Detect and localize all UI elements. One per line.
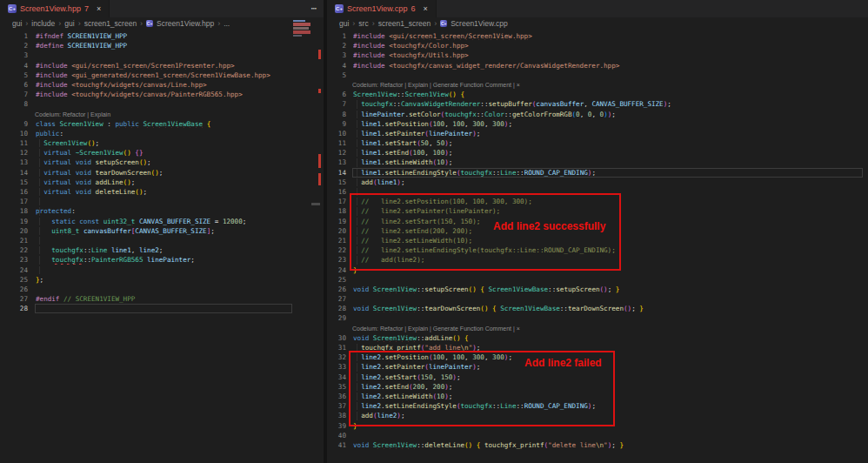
line-number[interactable]: 41 — [327, 440, 352, 450]
code-text[interactable] — [352, 275, 863, 285]
line-number[interactable]: 11 — [0, 138, 35, 148]
line-number[interactable]: 18 — [0, 206, 35, 216]
code-text[interactable]: // line2.setPainter(linePainter); — [352, 206, 863, 216]
line-number[interactable]: 29 — [327, 313, 352, 323]
line-number[interactable]: 1 — [0, 31, 35, 41]
code-text[interactable]: virtual void addLine(); — [35, 178, 292, 187]
line-number[interactable]: 21 — [0, 236, 35, 245]
line-number[interactable]: 27 — [327, 294, 352, 304]
code-text[interactable]: #define SCREEN1VIEW_HPP — [35, 41, 292, 50]
code-text[interactable]: void Screen1View::addLine() { — [352, 333, 863, 343]
code-text[interactable]: } — [352, 265, 863, 275]
line-number[interactable]: 16 — [0, 187, 35, 197]
line-number[interactable]: 8 — [0, 99, 35, 109]
line-number[interactable] — [327, 80, 352, 90]
code-text[interactable]: uint8_t canvasBuffer[CANVAS_BUFFER_SIZE]… — [35, 226, 292, 236]
code-text[interactable]: add(line2); — [352, 411, 863, 420]
line-number[interactable]: 24 — [327, 265, 352, 275]
code-text[interactable]: linePainter.setColor(touchgfx::Color::ge… — [352, 110, 863, 119]
line-number[interactable]: 14 — [0, 168, 35, 178]
line-number[interactable]: 6 — [0, 80, 35, 90]
breadcrumb-item[interactable]: gui — [12, 19, 22, 28]
code-text[interactable]: void Screen1View::deleteLine() { touchgf… — [352, 440, 863, 450]
code-text[interactable]: add(line1); — [352, 178, 863, 187]
more-actions-icon[interactable]: ⋯ — [304, 0, 324, 17]
code-text[interactable]: void Screen1View::tearDownScreen() { Scr… — [352, 304, 863, 313]
line-number[interactable]: 24 — [0, 265, 35, 275]
code-text[interactable]: touchgfx::PainterRGB565 linePainter; — [35, 255, 292, 265]
breadcrumb-item[interactable]: gui — [339, 19, 349, 28]
code-text[interactable]: #endif // SCREEN1VIEW_HPP — [35, 294, 292, 304]
code-text[interactable]: line1.setLineWidth(10); — [352, 158, 863, 167]
code-text[interactable]: line2.setEnd(200, 200); — [352, 382, 863, 392]
line-number[interactable]: 12 — [327, 148, 352, 158]
code-text[interactable]: line2.setPosition(100, 100, 300, 300); — [352, 352, 863, 362]
line-number[interactable]: 22 — [0, 245, 35, 255]
code-text[interactable]: // add(line2); — [352, 255, 863, 265]
code-text[interactable]: line1.setLineEndingStyle(touchgfx::Line:… — [352, 168, 863, 178]
code-text[interactable]: #ifndef SCREEN1VIEW_HPP — [35, 31, 292, 41]
code-text[interactable]: touchgfx_printf("add line\n"); — [352, 343, 863, 352]
tab-screen1view-hpp[interactable]: C+ Screen1View.hpp 7 × — [0, 0, 110, 17]
tab-screen1view-cpp[interactable]: C+ Screen1View.cpp 6 × — [327, 0, 437, 17]
line-number[interactable]: 36 — [327, 392, 352, 401]
code-text[interactable]: Screen1View(); — [35, 138, 292, 148]
line-number[interactable]: 14 — [327, 168, 352, 178]
code-text[interactable]: #include <gui_generated/screen1_screen/S… — [35, 70, 292, 80]
line-number[interactable]: 2 — [327, 41, 352, 50]
line-number[interactable]: 16 — [327, 187, 352, 197]
code-text[interactable] — [35, 236, 292, 245]
line-number[interactable]: 4 — [327, 61, 352, 70]
code-text[interactable]: // line2.setLineEndingStyle(touchgfx::Li… — [352, 245, 863, 255]
line-number[interactable]: 23 — [0, 255, 35, 265]
line-number[interactable]: 27 — [0, 294, 35, 304]
line-number[interactable]: 3 — [327, 50, 352, 60]
minimap[interactable] — [293, 20, 312, 44]
code-text[interactable]: // line2.setLineWidth(10); — [352, 236, 863, 245]
line-number[interactable]: 30 — [327, 333, 352, 343]
code-text[interactable]: #include <gui/screen1_screen/Screen1View… — [352, 31, 863, 41]
code-text[interactable]: class Screen1View : public Screen1ViewBa… — [35, 119, 292, 129]
code-text[interactable]: #include <touchgfx/Color.hpp> — [352, 41, 863, 50]
line-number[interactable]: 5 — [0, 70, 35, 80]
line-number[interactable]: 9 — [0, 119, 35, 129]
code-text[interactable] — [352, 431, 863, 440]
breadcrumb-item[interactable]: include — [31, 19, 55, 28]
line-number[interactable]: 26 — [327, 285, 352, 294]
code-text[interactable] — [352, 70, 863, 80]
breadcrumb[interactable]: gui›src›screen1_screen›C+Screen1View.cpp — [327, 17, 868, 30]
code-text[interactable]: #include <touchgfx/Utils.hpp> — [352, 50, 863, 60]
close-icon[interactable]: × — [97, 4, 101, 13]
code-text[interactable] — [35, 285, 292, 294]
code-text[interactable] — [35, 265, 292, 275]
breadcrumb-item[interactable]: src — [358, 19, 368, 28]
line-number[interactable]: 40 — [327, 431, 352, 440]
line-number[interactable]: 13 — [0, 158, 35, 167]
line-number[interactable]: 22 — [327, 245, 352, 255]
breadcrumb-file[interactable]: Screen1View.hpp — [157, 19, 214, 28]
line-number[interactable]: 19 — [0, 217, 35, 226]
code-text[interactable]: #include <touchgfx/widgets/canvas/Painte… — [35, 90, 292, 99]
code-text[interactable]: line1.setPosition(100, 100, 300, 300); — [352, 119, 863, 129]
line-number[interactable]: 38 — [327, 411, 352, 420]
code-text[interactable]: static const uint32_t CANVAS_BUFFER_SIZE… — [35, 217, 292, 226]
codelens-actions[interactable]: Codeium: Refactor | Explain | Generate F… — [352, 80, 863, 90]
line-number[interactable]: 11 — [327, 138, 352, 148]
line-number[interactable]: 37 — [327, 401, 352, 411]
line-number[interactable]: 6 — [327, 90, 352, 99]
line-number[interactable]: 25 — [327, 275, 352, 285]
line-number[interactable]: 13 — [327, 158, 352, 167]
code-text[interactable]: #include <touchgfx/widgets/canvas/Line.h… — [35, 80, 292, 90]
code-text[interactable] — [35, 197, 292, 206]
code-text[interactable]: touchgfx::CanvasWidgetRenderer::setupBuf… — [352, 99, 863, 109]
codelens-actions[interactable]: Codeium: Refactor | Explain — [35, 110, 292, 119]
line-number[interactable]: 26 — [0, 285, 35, 294]
line-number[interactable]: 2 — [0, 41, 35, 50]
breadcrumb-item[interactable]: screen1_screen — [378, 19, 431, 28]
line-number[interactable]: 12 — [0, 148, 35, 158]
line-number[interactable]: 15 — [327, 178, 352, 187]
code-text[interactable]: line2.setLineEndingStyle(touchgfx::Line:… — [352, 401, 863, 411]
code-text[interactable]: Screen1View::Screen1View() { — [352, 90, 863, 99]
code-text[interactable] — [35, 99, 292, 109]
line-number[interactable]: 7 — [0, 90, 35, 99]
